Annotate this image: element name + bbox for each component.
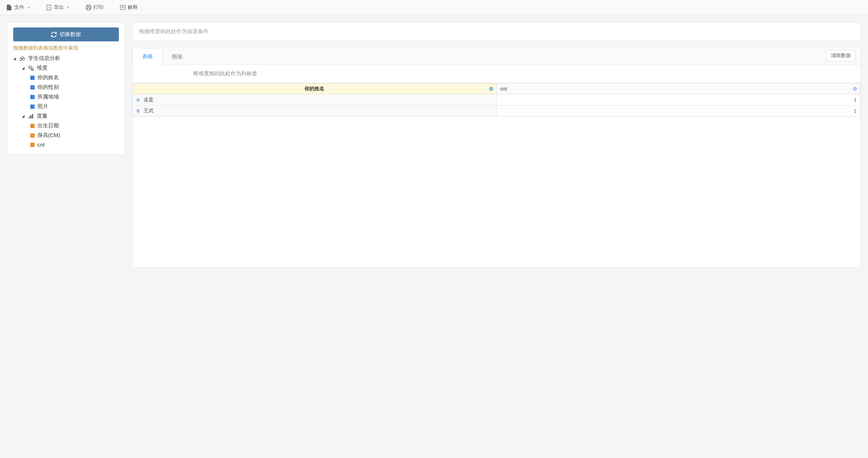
caret-icon: ◢ bbox=[22, 114, 25, 118]
export-menu-label: 导出 bbox=[54, 4, 64, 11]
pivot-data-row: ⊞ 这是 1 bbox=[133, 95, 861, 106]
switch-data-button[interactable]: 切换数据 bbox=[13, 27, 119, 41]
measure-marker-icon bbox=[30, 143, 35, 147]
gears-icon bbox=[28, 65, 34, 71]
gear-icon[interactable]: ⚙ bbox=[853, 86, 857, 92]
tab-chart[interactable]: 图形 bbox=[162, 49, 192, 65]
measure-group-label: 度量 bbox=[37, 113, 47, 119]
dimension-item[interactable]: 照片 bbox=[30, 102, 119, 111]
svg-point-6 bbox=[30, 67, 31, 68]
file-menu-label: 文件 bbox=[14, 4, 24, 11]
dimension-marker-icon bbox=[30, 85, 35, 90]
print-button[interactable]: 打印 bbox=[83, 3, 106, 12]
explain-button-label: 解释 bbox=[128, 4, 138, 11]
measure-item-label: cnt bbox=[37, 142, 45, 148]
svg-rect-10 bbox=[31, 115, 32, 118]
dimension-item-label: 你的性别 bbox=[37, 84, 59, 91]
column-drop-zone[interactable]: 将维度拖到此处作为列标签 bbox=[132, 65, 861, 83]
dimension-item[interactable]: 所属地域 bbox=[30, 92, 119, 102]
sidebar: 切换数据 拖拽数据到表格或图形中展现 ◢ 学生信息分析 ◢ bbox=[7, 22, 125, 154]
file-icon bbox=[6, 5, 12, 10]
clear-data-button[interactable]: 清除数据 bbox=[826, 50, 856, 61]
svg-text:x: x bbox=[48, 6, 50, 9]
svg-rect-11 bbox=[32, 114, 33, 118]
dimension-item[interactable]: 你的姓名 bbox=[30, 73, 119, 82]
main-layout: 切换数据 拖拽数据到表格或图形中展现 ◢ 学生信息分析 ◢ bbox=[0, 15, 868, 275]
content-area: 拖拽维度到此处作为筛选条件 表格 图形 清除数据 将维度拖到此处作为列标签 bbox=[132, 22, 861, 268]
dimension-marker-icon bbox=[30, 76, 35, 80]
tabs: 表格 图形 bbox=[132, 49, 192, 64]
gear-icon[interactable]: ⚙ bbox=[489, 86, 494, 92]
dimension-item[interactable]: 你的性别 bbox=[30, 82, 119, 92]
tab-table[interactable]: 表格 bbox=[132, 49, 162, 65]
measure-item[interactable]: cnt bbox=[30, 140, 119, 149]
pivot-value-cell[interactable]: 1 bbox=[496, 95, 861, 106]
pivot-header-row: 你的姓名 ⚙ cnt ⚙ bbox=[133, 83, 861, 95]
export-icon: x bbox=[46, 5, 52, 10]
measure-item[interactable]: 出生日期 bbox=[30, 121, 119, 131]
caret-icon: ◢ bbox=[13, 56, 17, 60]
measure-group[interactable]: ◢ 度量 bbox=[22, 111, 119, 121]
svg-rect-9 bbox=[29, 117, 30, 118]
print-button-label: 打印 bbox=[94, 4, 104, 11]
dimension-marker-icon bbox=[30, 95, 35, 99]
svg-rect-2 bbox=[120, 5, 125, 10]
file-menu[interactable]: 文件 ▾ bbox=[4, 3, 32, 12]
filter-drop-zone[interactable]: 拖拽维度到此处作为筛选条件 bbox=[132, 22, 861, 41]
chevron-down-icon: ▾ bbox=[28, 5, 30, 9]
pivot-row-label-cell[interactable]: ⊞ 这是 bbox=[133, 95, 497, 106]
pivot-measure-header[interactable]: cnt ⚙ bbox=[496, 83, 861, 95]
pivot-measure-header-label: cnt bbox=[500, 86, 507, 92]
pivot-row-label-cell[interactable]: ⊞ 王武 bbox=[133, 106, 497, 117]
tree-root[interactable]: ◢ 学生信息分析 bbox=[13, 54, 119, 63]
expand-icon[interactable]: ⊞ bbox=[136, 108, 140, 113]
tab-chart-label: 图形 bbox=[172, 54, 183, 60]
table-area: 将维度拖到此处作为列标签 你的姓名 ⚙ cnt ⚙ bbox=[132, 65, 861, 117]
dimension-marker-icon bbox=[30, 105, 35, 109]
measure-item[interactable]: 身高(CM) bbox=[30, 131, 119, 140]
dimension-group[interactable]: ◢ 维度 bbox=[22, 63, 119, 73]
pivot-dim-header-label: 你的姓名 bbox=[304, 86, 324, 91]
dimension-item-label: 照片 bbox=[37, 103, 48, 110]
refresh-icon bbox=[51, 32, 57, 37]
tree-root-label: 学生信息分析 bbox=[28, 55, 60, 62]
pivot-row-label: 王武 bbox=[143, 108, 153, 113]
top-toolbar: 文件 ▾ x 导出 ▾ 打印 解释 bbox=[0, 0, 868, 15]
measure-marker-icon bbox=[30, 133, 35, 138]
dimension-item-label: 你的姓名 bbox=[37, 74, 59, 81]
explain-button[interactable]: 解释 bbox=[117, 3, 141, 12]
drag-hint: 拖拽数据到表格或图形中展现 bbox=[13, 45, 119, 51]
export-menu[interactable]: x 导出 ▾ bbox=[43, 3, 72, 12]
measure-marker-icon bbox=[30, 124, 35, 128]
pivot-value-cell[interactable]: 1 bbox=[496, 106, 861, 117]
cubes-icon bbox=[20, 56, 25, 61]
tab-table-label: 表格 bbox=[142, 53, 153, 59]
data-tree: ◢ 学生信息分析 ◢ 维度 bbox=[13, 54, 119, 149]
svg-point-8 bbox=[32, 69, 33, 70]
dimension-item-label: 所属地域 bbox=[37, 93, 59, 100]
measure-item-label: 出生日期 bbox=[37, 122, 59, 129]
bars-icon bbox=[28, 113, 34, 119]
panel-header: 表格 图形 清除数据 bbox=[132, 47, 861, 65]
pivot-dim-header[interactable]: 你的姓名 ⚙ bbox=[133, 83, 497, 95]
measure-item-label: 身高(CM) bbox=[37, 132, 60, 139]
pivot-table: 你的姓名 ⚙ cnt ⚙ ⊞ 这是 1 bbox=[132, 83, 861, 117]
chevron-down-icon: ▾ bbox=[67, 5, 69, 9]
print-icon bbox=[86, 5, 91, 10]
explain-icon bbox=[120, 5, 126, 10]
clear-data-label: 清除数据 bbox=[831, 52, 851, 58]
result-panel: 表格 图形 清除数据 将维度拖到此处作为列标签 你的姓名 ⚙ bbox=[132, 47, 861, 268]
dimension-group-label: 维度 bbox=[37, 65, 47, 71]
pivot-data-row: ⊞ 王武 1 bbox=[133, 106, 861, 117]
expand-icon[interactable]: ⊞ bbox=[136, 97, 140, 102]
switch-data-label: 切换数据 bbox=[60, 31, 81, 38]
caret-icon: ◢ bbox=[22, 66, 25, 70]
pivot-row-label: 这是 bbox=[143, 97, 153, 102]
